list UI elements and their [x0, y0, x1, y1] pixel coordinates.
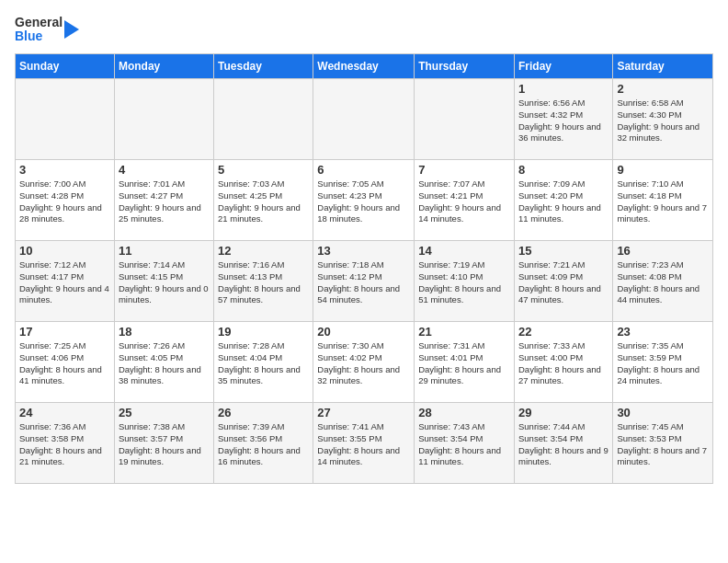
day-info: Sunrise: 7:12 AM Sunset: 4:17 PM Dayligh… [19, 259, 110, 306]
day-number: 20 [317, 325, 410, 339]
day-number: 1 [518, 82, 609, 96]
day-info: Sunrise: 7:39 AM Sunset: 3:56 PM Dayligh… [218, 421, 309, 468]
day-info: Sunrise: 6:56 AM Sunset: 4:32 PM Dayligh… [518, 98, 609, 144]
svg-marker-0 [64, 20, 79, 39]
weekday-header-wednesday: Wednesday [313, 54, 415, 79]
weekday-header-friday: Friday [514, 54, 612, 79]
day-info: Sunrise: 7:16 AM Sunset: 4:13 PM Dayligh… [218, 259, 309, 306]
day-number: 21 [418, 325, 510, 339]
day-number: 12 [218, 244, 309, 258]
day-info: Sunrise: 7:21 AM Sunset: 4:09 PM Dayligh… [518, 259, 609, 306]
day-number: 9 [617, 163, 709, 177]
day-number: 24 [19, 406, 110, 419]
day-number: 11 [119, 244, 210, 258]
logo-icon-wrapper: General Blue [15, 16, 63, 44]
day-number: 15 [518, 244, 609, 258]
day-info: Sunrise: 7:33 AM Sunset: 4:00 PM Dayligh… [518, 340, 609, 387]
calendar-cell: 20Sunrise: 7:30 AM Sunset: 4:02 PM Dayli… [313, 322, 415, 403]
day-info: Sunrise: 7:38 AM Sunset: 3:57 PM Dayligh… [119, 421, 210, 468]
weekday-header-thursday: Thursday [415, 54, 515, 79]
calendar-week-1: 1Sunrise: 6:56 AM Sunset: 4:32 PM Daylig… [16, 79, 713, 160]
day-info: Sunrise: 7:30 AM Sunset: 4:02 PM Dayligh… [317, 340, 410, 387]
day-number: 22 [518, 325, 609, 339]
day-info: Sunrise: 7:03 AM Sunset: 4:25 PM Dayligh… [218, 178, 309, 225]
calendar-cell: 24Sunrise: 7:36 AM Sunset: 3:58 PM Dayli… [16, 403, 115, 484]
day-number: 27 [317, 406, 410, 419]
calendar-cell [114, 79, 213, 160]
day-number: 17 [19, 325, 110, 339]
weekday-header-sunday: Sunday [16, 54, 115, 79]
logo-text-blue: Blue [15, 29, 63, 43]
day-number: 3 [19, 163, 110, 177]
calendar-cell: 26Sunrise: 7:39 AM Sunset: 3:56 PM Dayli… [214, 403, 313, 484]
calendar-cell: 3Sunrise: 7:00 AM Sunset: 4:28 PM Daylig… [16, 160, 115, 241]
calendar-week-2: 3Sunrise: 7:00 AM Sunset: 4:28 PM Daylig… [16, 160, 713, 241]
calendar-cell: 2Sunrise: 6:58 AM Sunset: 4:30 PM Daylig… [613, 79, 713, 160]
calendar-cell: 7Sunrise: 7:07 AM Sunset: 4:21 PM Daylig… [415, 160, 515, 241]
day-info: Sunrise: 7:31 AM Sunset: 4:01 PM Dayligh… [418, 340, 510, 387]
calendar-cell: 13Sunrise: 7:18 AM Sunset: 4:12 PM Dayli… [313, 241, 415, 322]
day-info: Sunrise: 7:18 AM Sunset: 4:12 PM Dayligh… [317, 259, 410, 306]
weekday-header-row: SundayMondayTuesdayWednesdayThursdayFrid… [16, 54, 713, 79]
weekday-header-monday: Monday [114, 54, 213, 79]
day-number: 13 [317, 244, 410, 258]
day-info: Sunrise: 7:35 AM Sunset: 3:59 PM Dayligh… [617, 340, 709, 387]
day-number: 2 [617, 82, 709, 96]
day-number: 28 [418, 406, 510, 419]
day-number: 30 [617, 406, 709, 419]
calendar-cell: 15Sunrise: 7:21 AM Sunset: 4:09 PM Dayli… [514, 241, 612, 322]
day-info: Sunrise: 7:28 AM Sunset: 4:04 PM Dayligh… [218, 340, 309, 387]
calendar-cell: 5Sunrise: 7:03 AM Sunset: 4:25 PM Daylig… [214, 160, 313, 241]
calendar-week-5: 24Sunrise: 7:36 AM Sunset: 3:58 PM Dayli… [16, 403, 713, 484]
calendar-cell: 9Sunrise: 7:10 AM Sunset: 4:18 PM Daylig… [613, 160, 713, 241]
day-number: 25 [119, 406, 210, 419]
logo-arrow-icon [64, 15, 81, 44]
day-info: Sunrise: 7:09 AM Sunset: 4:20 PM Dayligh… [518, 178, 609, 225]
calendar-cell: 18Sunrise: 7:26 AM Sunset: 4:05 PM Dayli… [114, 322, 213, 403]
day-number: 16 [617, 244, 709, 258]
calendar-cell: 21Sunrise: 7:31 AM Sunset: 4:01 PM Dayli… [415, 322, 515, 403]
day-info: Sunrise: 7:05 AM Sunset: 4:23 PM Dayligh… [317, 178, 410, 225]
calendar-cell: 16Sunrise: 7:23 AM Sunset: 4:08 PM Dayli… [613, 241, 713, 322]
day-number: 5 [218, 163, 309, 177]
calendar-cell: 19Sunrise: 7:28 AM Sunset: 4:04 PM Dayli… [214, 322, 313, 403]
day-number: 4 [119, 163, 210, 177]
calendar-week-3: 10Sunrise: 7:12 AM Sunset: 4:17 PM Dayli… [16, 241, 713, 322]
weekday-header-saturday: Saturday [613, 54, 713, 79]
weekday-header-tuesday: Tuesday [214, 54, 313, 79]
day-info: Sunrise: 7:10 AM Sunset: 4:18 PM Dayligh… [617, 178, 709, 225]
calendar-cell: 11Sunrise: 7:14 AM Sunset: 4:15 PM Dayli… [114, 241, 213, 322]
day-info: Sunrise: 7:00 AM Sunset: 4:28 PM Dayligh… [19, 178, 110, 225]
day-info: Sunrise: 6:58 AM Sunset: 4:30 PM Dayligh… [617, 98, 709, 144]
day-number: 19 [218, 325, 309, 339]
day-number: 6 [317, 163, 410, 177]
calendar-table: SundayMondayTuesdayWednesdayThursdayFrid… [15, 53, 713, 484]
logo-text-general: General [15, 16, 63, 29]
day-info: Sunrise: 7:01 AM Sunset: 4:27 PM Dayligh… [119, 178, 210, 225]
day-info: Sunrise: 7:43 AM Sunset: 3:54 PM Dayligh… [418, 421, 510, 468]
header: General Blue [15, 15, 713, 44]
day-info: Sunrise: 7:07 AM Sunset: 4:21 PM Dayligh… [418, 178, 510, 225]
calendar-cell: 27Sunrise: 7:41 AM Sunset: 3:55 PM Dayli… [313, 403, 415, 484]
calendar-cell [415, 79, 515, 160]
day-number: 26 [218, 406, 309, 419]
calendar-cell [214, 79, 313, 160]
day-number: 18 [119, 325, 210, 339]
calendar-cell: 14Sunrise: 7:19 AM Sunset: 4:10 PM Dayli… [415, 241, 515, 322]
calendar-cell: 17Sunrise: 7:25 AM Sunset: 4:06 PM Dayli… [16, 322, 115, 403]
calendar-cell: 6Sunrise: 7:05 AM Sunset: 4:23 PM Daylig… [313, 160, 415, 241]
calendar-cell: 10Sunrise: 7:12 AM Sunset: 4:17 PM Dayli… [16, 241, 115, 322]
calendar-cell [313, 79, 415, 160]
calendar-cell: 4Sunrise: 7:01 AM Sunset: 4:27 PM Daylig… [114, 160, 213, 241]
day-info: Sunrise: 7:36 AM Sunset: 3:58 PM Dayligh… [19, 421, 110, 468]
calendar-cell: 8Sunrise: 7:09 AM Sunset: 4:20 PM Daylig… [514, 160, 612, 241]
day-number: 7 [418, 163, 510, 177]
day-info: Sunrise: 7:19 AM Sunset: 4:10 PM Dayligh… [418, 259, 510, 306]
day-info: Sunrise: 7:44 AM Sunset: 3:54 PM Dayligh… [518, 421, 609, 468]
calendar-cell: 1Sunrise: 6:56 AM Sunset: 4:32 PM Daylig… [514, 79, 612, 160]
day-number: 23 [617, 325, 709, 339]
calendar-cell: 30Sunrise: 7:45 AM Sunset: 3:53 PM Dayli… [613, 403, 713, 484]
calendar-week-4: 17Sunrise: 7:25 AM Sunset: 4:06 PM Dayli… [16, 322, 713, 403]
day-info: Sunrise: 7:25 AM Sunset: 4:06 PM Dayligh… [19, 340, 110, 387]
day-number: 10 [19, 244, 110, 258]
